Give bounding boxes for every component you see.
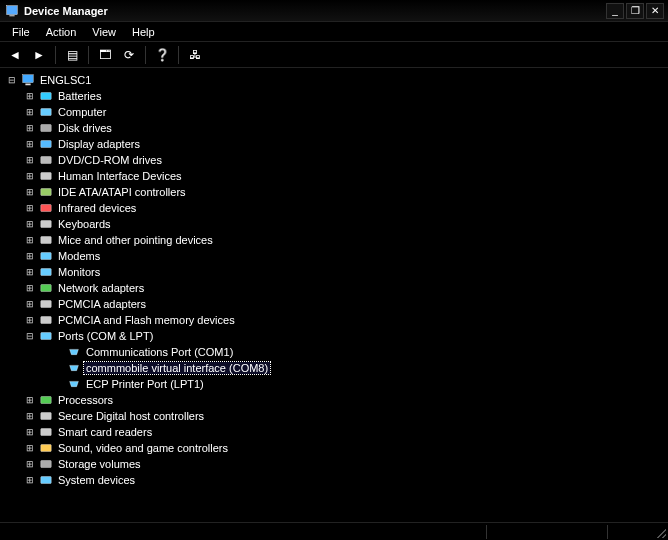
- tree-item-label: Storage volumes: [56, 458, 143, 470]
- tree-category[interactable]: ⊞Storage volumes: [6, 456, 668, 472]
- tree-item-label: Human Interface Devices: [56, 170, 184, 182]
- forward-button[interactable]: ►: [28, 44, 50, 66]
- menu-help[interactable]: Help: [124, 24, 163, 40]
- expander-icon[interactable]: ⊞: [24, 459, 36, 469]
- device-icon: [38, 424, 54, 440]
- refresh-button[interactable]: ⟳: [118, 44, 140, 66]
- statusbar-separator: [607, 525, 608, 539]
- svg-rect-9: [41, 173, 52, 180]
- scan-hardware-button[interactable]: 🖧: [184, 44, 206, 66]
- tree-device-item[interactable]: Communications Port (COM1): [6, 344, 668, 360]
- menu-action[interactable]: Action: [38, 24, 85, 40]
- expander-icon[interactable]: ⊞: [24, 219, 36, 229]
- tree-item-label: Modems: [56, 250, 102, 262]
- device-icon: [38, 120, 54, 136]
- resize-grip[interactable]: [654, 526, 666, 538]
- properties-button[interactable]: 🗔: [94, 44, 116, 66]
- expander-icon[interactable]: ⊞: [24, 427, 36, 437]
- expander-icon[interactable]: ⊟: [24, 331, 36, 341]
- tree-item-label: ECP Printer Port (LPT1): [84, 378, 206, 390]
- svg-rect-27: [41, 461, 52, 468]
- device-icon: [20, 72, 36, 88]
- expander-icon[interactable]: ⊞: [24, 267, 36, 277]
- app-icon: [4, 3, 20, 19]
- expander-icon[interactable]: ⊞: [24, 123, 36, 133]
- tree-item-label: DVD/CD-ROM drives: [56, 154, 164, 166]
- tree-device-item[interactable]: ECP Printer Port (LPT1): [6, 376, 668, 392]
- statusbar: [0, 522, 668, 540]
- device-tree[interactable]: ⊟ENGLSC1⊞Batteries⊞Computer⊞Disk drives⊞…: [0, 68, 668, 506]
- tree-category[interactable]: ⊞Display adapters: [6, 136, 668, 152]
- expander-icon[interactable]: ⊞: [24, 139, 36, 149]
- svg-rect-24: [41, 413, 52, 420]
- tree-category[interactable]: ⊞Keyboards: [6, 216, 668, 232]
- svg-rect-19: [41, 333, 52, 340]
- tree-category[interactable]: ⊞DVD/CD-ROM drives: [6, 152, 668, 168]
- statusbar-separator: [486, 525, 487, 539]
- expander-icon[interactable]: ⊞: [24, 235, 36, 245]
- device-icon: [38, 456, 54, 472]
- expander-icon[interactable]: ⊞: [24, 443, 36, 453]
- expander-icon[interactable]: ⊞: [24, 251, 36, 261]
- minimize-button[interactable]: _: [606, 3, 624, 19]
- tree-category[interactable]: ⊞Monitors: [6, 264, 668, 280]
- tree-item-label: PCMCIA adapters: [56, 298, 148, 310]
- expander-icon[interactable]: ⊞: [24, 315, 36, 325]
- device-icon: [38, 440, 54, 456]
- tree-category[interactable]: ⊞Smart card readers: [6, 424, 668, 440]
- tree-category[interactable]: ⊞Disk drives: [6, 120, 668, 136]
- expander-icon[interactable]: ⊞: [24, 283, 36, 293]
- svg-rect-6: [41, 125, 52, 132]
- device-icon: [38, 168, 54, 184]
- expander-icon[interactable]: ⊞: [24, 475, 36, 485]
- expander-icon[interactable]: ⊞: [24, 203, 36, 213]
- show-hidden-button[interactable]: ▤: [61, 44, 83, 66]
- tree-category[interactable]: ⊞Processors: [6, 392, 668, 408]
- expander-icon[interactable]: ⊞: [24, 411, 36, 421]
- expander-icon[interactable]: ⊞: [24, 91, 36, 101]
- back-button[interactable]: ◄: [4, 44, 26, 66]
- svg-rect-2: [23, 75, 34, 83]
- tree-category[interactable]: ⊞PCMCIA adapters: [6, 296, 668, 312]
- tree-item-label: Ports (COM & LPT): [56, 330, 155, 342]
- expander-icon[interactable]: ⊞: [24, 299, 36, 309]
- help-button[interactable]: ❔: [151, 44, 173, 66]
- svg-rect-11: [41, 205, 52, 212]
- expander-icon[interactable]: ⊞: [24, 107, 36, 117]
- device-icon: [38, 88, 54, 104]
- tree-category[interactable]: ⊞Network adapters: [6, 280, 668, 296]
- expander-icon[interactable]: ⊞: [24, 155, 36, 165]
- tree-root[interactable]: ⊟ENGLSC1: [6, 72, 668, 88]
- menu-view[interactable]: View: [84, 24, 124, 40]
- svg-rect-25: [41, 429, 52, 436]
- menu-file[interactable]: File: [4, 24, 38, 40]
- tree-device-item[interactable]: commmobile virtual interface (COM8): [6, 360, 668, 376]
- toolbar-separator: [145, 46, 146, 64]
- tree-item-label: PCMCIA and Flash memory devices: [56, 314, 237, 326]
- tree-category[interactable]: ⊞PCMCIA and Flash memory devices: [6, 312, 668, 328]
- tree-category[interactable]: ⊞Human Interface Devices: [6, 168, 668, 184]
- expander-icon[interactable]: ⊞: [24, 395, 36, 405]
- tree-category[interactable]: ⊞Infrared devices: [6, 200, 668, 216]
- tree-category[interactable]: ⊞IDE ATA/ATAPI controllers: [6, 184, 668, 200]
- tree-category[interactable]: ⊞Modems: [6, 248, 668, 264]
- close-button[interactable]: ✕: [646, 3, 664, 19]
- svg-rect-13: [41, 237, 52, 244]
- tree-category[interactable]: ⊞Secure Digital host controllers: [6, 408, 668, 424]
- tree-item-label: Monitors: [56, 266, 102, 278]
- expander-icon[interactable]: ⊞: [24, 171, 36, 181]
- tree-item-label: ENGLSC1: [38, 74, 93, 86]
- tree-category[interactable]: ⊞System devices: [6, 472, 668, 488]
- svg-rect-1: [9, 15, 14, 16]
- tree-category[interactable]: ⊟Ports (COM & LPT): [6, 328, 668, 344]
- tree-category[interactable]: ⊞Sound, video and game controllers: [6, 440, 668, 456]
- window-title: Device Manager: [24, 5, 108, 17]
- tree-category[interactable]: ⊞Mice and other pointing devices: [6, 232, 668, 248]
- expander-icon[interactable]: ⊞: [24, 187, 36, 197]
- device-icon: [38, 248, 54, 264]
- expander-icon[interactable]: ⊟: [6, 75, 18, 85]
- tree-item-label: Communications Port (COM1): [84, 346, 235, 358]
- maximize-button[interactable]: ❐: [626, 3, 644, 19]
- tree-category[interactable]: ⊞Computer: [6, 104, 668, 120]
- tree-category[interactable]: ⊞Batteries: [6, 88, 668, 104]
